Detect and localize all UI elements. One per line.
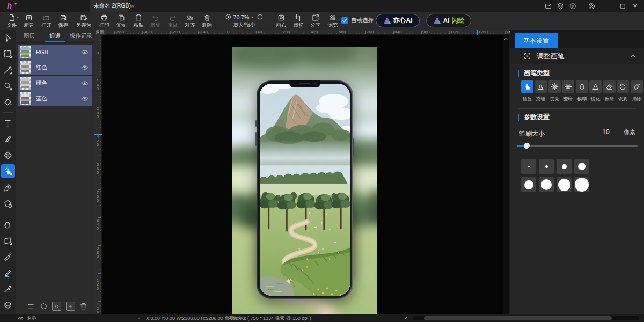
panel-collapse-icon[interactable]: ≪ [18,316,23,321]
channel-row-rgb[interactable]: RGB [18,45,92,60]
phone-mockup [257,80,353,299]
brush-type-blur[interactable]: 模糊 [575,80,588,103]
zoom-in-button[interactable] [225,13,232,20]
mail-button[interactable] [545,3,552,10]
brush-preset-5px[interactable] [539,159,554,174]
eyedropper-tool[interactable] [0,281,16,297]
open-button[interactable]: 打开 [38,12,55,29]
visibility-eye-icon[interactable] [81,64,89,71]
marquee-tool[interactable] [0,46,16,62]
magic-wand-tool[interactable] [0,62,16,78]
paste-button[interactable]: 粘贴 [130,12,147,29]
brush-preset-23px[interactable] [557,177,572,192]
crop-button[interactable]: 裁切 [290,12,307,29]
slider-thumb[interactable] [524,143,530,149]
channel-label: 蓝色 [36,95,47,103]
auto-select-checkbox[interactable] [341,17,348,24]
zoom-value[interactable]: 70.7% [233,14,250,20]
browser-button[interactable] [569,3,576,10]
load-selection-button[interactable] [40,302,48,310]
brush-preset-14px[interactable] [574,159,589,174]
ruler-vertical: 01 4 02 8 04 2 05 6 07 0 08 4 09 8 01 1 … [94,35,102,314]
share-button[interactable]: 分享 [307,12,324,29]
redo-label: 重做 [168,21,178,28]
brush-type-remove[interactable]: 消除 [630,80,643,103]
hscroll-thumb[interactable] [424,316,612,320]
brush-type-label: 恢复 [618,96,627,103]
hand-tool[interactable] [0,216,16,232]
channel-row-green[interactable]: 绿色 [18,76,92,91]
channel-menu-button[interactable] [27,302,35,310]
brush-preset-9px[interactable] [557,159,572,174]
new-channel-button[interactable] [66,302,75,311]
visibility-eye-icon[interactable] [81,95,89,103]
save-mask-button[interactable] [52,302,61,311]
transform-tool[interactable] [0,232,16,248]
document-tab[interactable]: 未命名 2(RGB) × [90,0,128,12]
maximize-button[interactable] [619,3,626,10]
tab-layers[interactable]: 图层 [16,30,42,42]
marker-tool[interactable] [0,265,16,281]
canvas-scrollbar-vertical[interactable] [503,35,509,314]
zoom-out-button[interactable] [257,13,264,20]
layers-tool[interactable] [0,297,16,313]
save-as-button[interactable]: 另存为 [72,12,96,29]
browse-button[interactable]: 浏览 [324,12,341,29]
fill-tool[interactable] [0,94,16,110]
tab-channels[interactable]: 通道 [42,30,68,42]
brush-type-finger-press[interactable]: 指压 [521,80,533,103]
smudge-tool[interactable] [1,164,15,178]
channel-row-blue[interactable]: 蓝色 [18,91,92,106]
brush-preset-17px[interactable] [521,177,536,192]
brush-type-clone[interactable]: 克隆 [535,80,547,103]
brush-preset-26px[interactable] [574,177,589,192]
new-button[interactable]: 新建 [20,12,38,29]
brush-type-erase[interactable]: 擦除 [603,80,616,103]
shape-tool[interactable] [0,195,16,211]
copy-button[interactable]: 复制 [113,12,130,29]
close-button[interactable] [632,3,639,10]
text-tool[interactable] [0,115,16,131]
brush-size-input[interactable]: 10 [594,128,618,137]
save-button[interactable]: 保存 [55,12,72,29]
visibility-eye-icon[interactable] [81,48,89,56]
file-button[interactable]: 文件 [3,12,20,29]
brush-size-slider[interactable] [517,145,638,147]
settings-button[interactable] [557,3,564,10]
document-image[interactable] [232,47,377,314]
healing-tool[interactable] [0,248,16,265]
channel-row-red[interactable]: 红色 [18,60,92,75]
zoom-caret-down-icon[interactable] [251,15,255,19]
brush-type-darken[interactable]: 变暗 [562,80,575,103]
brush-preset-dot [528,166,530,167]
lasso-tool[interactable] [0,78,16,94]
brush-type-sharpen[interactable]: 锐化 [589,80,602,103]
tab-history[interactable]: 操作记录 [68,30,94,42]
basic-settings-tab[interactable]: 基本设置 [515,33,558,48]
status-nav-arrow[interactable]: ‹ [138,316,140,321]
ai-flash-paint-button[interactable]: AI 闪绘 [426,14,471,27]
hscroll-left-arrow[interactable]: < [405,316,407,321]
brush-type-lighten[interactable]: 变亮 [548,80,561,103]
delete-button[interactable]: 删除 [199,12,216,29]
account-button[interactable] [588,3,595,10]
scroll-up-icon[interactable] [503,36,508,41]
collapse-chevron-up-icon[interactable] [630,53,636,60]
yixin-ai-button[interactable]: 亦心AI [376,14,420,27]
tab-close-icon[interactable]: × [131,3,134,9]
brush-tool[interactable] [0,131,16,147]
visibility-eye-icon[interactable] [81,79,89,87]
move-tool[interactable] [0,30,16,46]
pattern-stamp-tool[interactable] [0,147,16,163]
adjust-brush-header[interactable]: 调整画笔 [510,48,644,64]
brush-preset-3px[interactable] [521,159,536,174]
delete-channel-button[interactable] [79,302,87,310]
minimize-button[interactable] [607,3,614,10]
align-button[interactable]: 对齐 [181,12,199,29]
brush-type-restore[interactable]: 恢复 [617,80,630,103]
pen-tool[interactable] [0,179,16,195]
print-button[interactable]: 打印 [96,12,113,29]
brush-preset-20px[interactable] [539,177,554,192]
canvas-button[interactable]: 画布 [273,12,290,29]
canvas-area[interactable] [102,35,509,314]
